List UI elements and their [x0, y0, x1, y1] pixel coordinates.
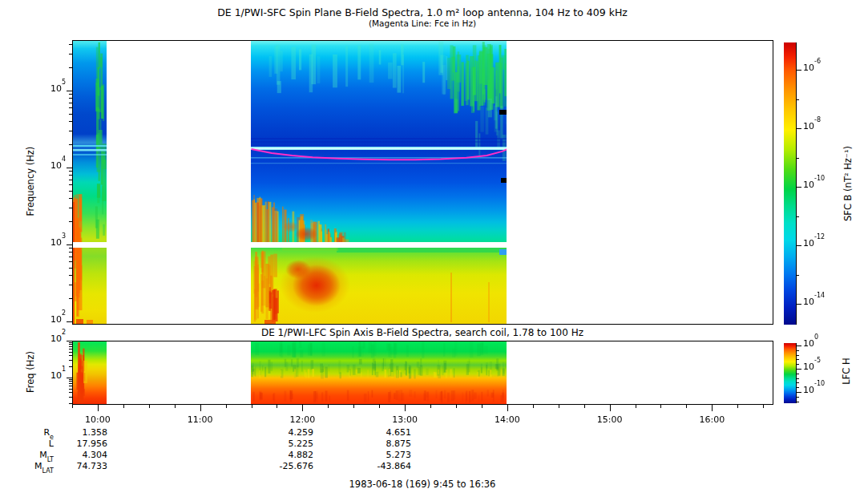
annotation-value: 4.259	[257, 427, 313, 438]
sfc-yaxis-minor-tick	[69, 171, 72, 172]
annotation-value: 5.225	[257, 438, 313, 449]
x-axis-minor-tick	[482, 405, 482, 408]
spectrogram-page: DE 1/PWI-SFC Spin Plane B-Field Spectra,…	[0, 0, 868, 497]
x-axis-tick-label: 12:00	[278, 414, 326, 425]
sfc-yaxis-minor-tick	[69, 44, 72, 45]
sfc-colorbar-major-tick	[796, 70, 801, 71]
sfc-yaxis-major-tick	[67, 244, 72, 245]
sfc-colorbar	[784, 42, 796, 325]
time-range-caption: 1983-06-18 (169) 9:45 to 16:36	[102, 479, 743, 490]
annotation-value: 4.882	[257, 450, 313, 460]
lfc-colorbar-tick-label: 10-10	[803, 385, 825, 395]
x-axis-minor-tick	[584, 405, 585, 408]
lfc-yaxis-tick-label: 102	[32, 333, 66, 344]
x-axis-tick-label: 13:00	[381, 414, 429, 425]
lfc-colorbar-minor-tick	[796, 355, 799, 356]
sfc-yaxis-minor-tick	[69, 257, 72, 257]
annotation-row-label: Re	[6, 427, 54, 438]
lfc-yaxis-minor-tick	[69, 352, 72, 353]
lfc-panel-title: DE 1/PWI-LFC Spin Axis B-Field Spectra, …	[102, 327, 743, 338]
lfc-colorbar-minor-tick	[796, 382, 799, 383]
sfc-yaxis-minor-tick	[69, 103, 72, 103]
sfc-yaxis-minor-tick	[69, 298, 72, 299]
x-axis-minor-tick	[72, 405, 73, 408]
sfc-yaxis-minor-tick	[69, 67, 72, 68]
lfc-yaxis-minor-tick	[69, 346, 72, 347]
x-axis-minor-tick	[456, 405, 457, 408]
sfc-yaxis-minor-tick	[69, 94, 72, 95]
x-axis-minor-tick	[660, 405, 661, 408]
sfc-yaxis-minor-tick	[69, 54, 72, 55]
annotation-value: 5.273	[355, 450, 411, 460]
x-axis-minor-tick	[175, 405, 176, 408]
x-axis-tick-label: 15:00	[586, 414, 634, 425]
sfc-yaxis-tick-label: 105	[32, 83, 66, 94]
lfc-yaxis-minor-tick	[69, 344, 72, 345]
sfc-colorbar-major-tick	[796, 128, 801, 129]
sfc-colorbar-tick-label: 10-6	[803, 63, 821, 73]
x-axis-major-tick	[610, 405, 611, 411]
sfc-colorbar-label: SFC B (nT² Hz⁻¹)	[842, 95, 854, 272]
sfc-colorbar-minor-tick	[796, 99, 799, 100]
sfc-yaxis-minor-tick	[69, 261, 72, 262]
x-axis-major-tick	[302, 405, 303, 411]
x-axis-major-tick	[200, 405, 201, 411]
annotation-value: 74.733	[51, 461, 107, 471]
lfc-yaxis-minor-tick	[69, 383, 72, 384]
lfc-colorbar-minor-tick	[796, 397, 799, 398]
sfc-yaxis-minor-tick	[69, 184, 72, 185]
sfc-yaxis-minor-tick	[69, 221, 72, 222]
lfc-colorbar-major-tick	[796, 369, 801, 370]
sfc-colorbar-tick-label: 10-8	[803, 121, 821, 131]
lfc-colorbar-minor-tick	[796, 387, 799, 388]
annotation-value: 8.875	[355, 438, 411, 449]
lfc-yaxis-major-tick	[67, 378, 72, 378]
x-axis-minor-tick	[328, 405, 329, 408]
sfc-yaxis-minor-tick	[69, 107, 72, 108]
annotation-value: -43.864	[355, 461, 411, 471]
lfc-colorbar-minor-tick	[796, 364, 799, 365]
sfc-colorbar-axis-line	[796, 42, 797, 325]
sfc-colorbar-minor-tick	[796, 216, 799, 217]
sfc-colorbar-major-tick	[796, 304, 801, 305]
sfc-yaxis-minor-tick	[69, 208, 72, 208]
sfc-yaxis-minor-tick	[69, 285, 72, 285]
x-axis-minor-tick	[763, 405, 764, 408]
sfc-yaxis-minor-tick	[69, 268, 72, 269]
x-axis-major-tick	[405, 405, 406, 411]
sfc-colorbar-minor-tick	[796, 275, 799, 276]
annotation-row-label: L	[6, 438, 54, 449]
x-axis-tick-label: 11:00	[176, 414, 224, 425]
lfc-yaxis-minor-tick	[69, 355, 72, 356]
lfc-yaxis-minor-tick	[69, 389, 72, 390]
sfc-yaxis-major-tick	[67, 321, 72, 322]
lfc-yaxis-tick-label: 101	[32, 370, 66, 381]
sfc-spectrogram	[72, 40, 773, 325]
sfc-panel-subtitle: (Magenta Line: Fce in Hz)	[102, 18, 743, 28]
sfc-colorbar-minor-tick	[796, 158, 799, 159]
x-axis-minor-tick	[277, 405, 277, 408]
sfc-yaxis-minor-tick	[69, 198, 72, 199]
x-axis-minor-tick	[737, 405, 738, 408]
lfc-colorbar-tick-label: 100	[803, 338, 818, 349]
x-axis-tick-label: 16:00	[688, 414, 736, 425]
sfc-yaxis-minor-tick	[69, 121, 72, 122]
x-axis-minor-tick	[533, 405, 534, 408]
sfc-colorbar-tick-label: 10-12	[803, 238, 825, 248]
x-axis-minor-tick	[123, 405, 124, 408]
sfc-yaxis-tick-label: 104	[32, 160, 66, 171]
lfc-yaxis-minor-tick	[69, 360, 72, 361]
sfc-yaxis-major-tick	[67, 168, 72, 168]
annotation-value: 17.956	[51, 438, 107, 449]
sfc-yaxis-tick-label: 103	[32, 237, 66, 248]
x-axis-major-tick	[98, 405, 99, 411]
sfc-colorbar-tick-label: 10-14	[803, 297, 825, 307]
sfc-yaxis-minor-tick	[69, 114, 72, 115]
x-axis-minor-tick	[149, 405, 150, 408]
lfc-colorbar-tick-label: 10-5	[803, 362, 821, 372]
lfc-colorbar-minor-tick	[796, 359, 799, 360]
lfc-colorbar	[784, 343, 796, 403]
lfc-yaxis-minor-tick	[69, 349, 72, 350]
annotation-value: -25.676	[257, 461, 313, 471]
x-axis-minor-tick	[559, 405, 559, 408]
